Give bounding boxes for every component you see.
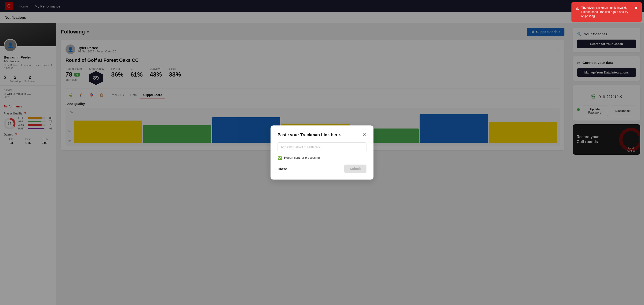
toast-close-button[interactable]: ✕: [634, 6, 638, 11]
modal-title: Paste your Trackman Link here.: [278, 132, 341, 138]
success-text: Report sent for processing: [284, 156, 320, 160]
success-icon: ✅: [278, 156, 282, 160]
modal-success-message: ✅ Report sent for processing: [278, 156, 366, 160]
modal-close-button[interactable]: ✕: [362, 132, 366, 138]
modal-footer: Close Submit: [278, 164, 366, 173]
trackman-link-input[interactable]: [278, 142, 366, 152]
trackman-modal: Paste your Trackman Link here. ✕ ✅ Repor…: [270, 126, 374, 180]
modal-header: Paste your Trackman Link here. ✕: [278, 132, 366, 138]
modal-overlay[interactable]: Paste your Trackman Link here. ✕ ✅ Repor…: [0, 0, 644, 305]
toast-message: The given trackman link is invalid. Plea…: [581, 6, 632, 18]
modal-submit-button[interactable]: Submit: [344, 164, 366, 173]
toast-warning-icon: ⚠: [576, 6, 579, 11]
toast-notification: ⚠ The given trackman link is invalid. Pl…: [572, 2, 642, 22]
modal-close-label-button[interactable]: Close: [278, 167, 287, 171]
